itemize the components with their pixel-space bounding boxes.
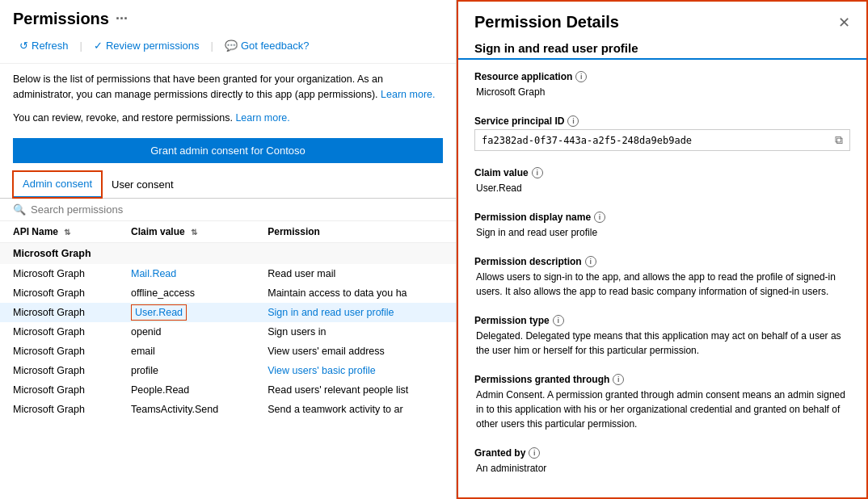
page-title: Permissions	[13, 10, 109, 28]
consent-tabs: Admin consent User consent	[0, 171, 456, 199]
col-api-name: API Name ⇅	[0, 221, 118, 243]
toolbar: ↺ Refresh | ✓ Review permissions | 💬 Got…	[13, 36, 443, 55]
cell-api: Microsoft Graph	[0, 264, 118, 283]
cell-permission: Read user mail	[255, 264, 456, 283]
page-title-area: Permissions ···	[13, 10, 443, 28]
detail-label-4: Permission description i	[474, 256, 850, 267]
table-row[interactable]: Microsoft Graph People.Read Read users' …	[0, 380, 456, 400]
detail-value-7: An administrator	[474, 461, 850, 476]
refresh-button[interactable]: ↺ Refresh	[13, 36, 75, 55]
service-id-value: fa2382ad-0f37-443a-a2f5-248da9eb9ade	[482, 135, 835, 146]
cell-permission: Sign in and read user profile	[255, 303, 456, 322]
detail-value-3: Sign in and read user profile	[474, 225, 850, 240]
info-icon-6[interactable]: i	[613, 374, 624, 385]
sort-icon-api[interactable]: ⇅	[64, 228, 70, 237]
search-input[interactable]	[31, 203, 443, 216]
search-icon: 🔍	[13, 203, 26, 216]
copy-icon[interactable]: ⧉	[835, 133, 843, 147]
table-row[interactable]: Microsoft Graph TeamsActivity.Send Send …	[0, 400, 456, 419]
info-icon-2[interactable]: i	[532, 167, 543, 178]
cell-permission: View users' email address	[255, 342, 456, 361]
detail-section-4: Permission description iAllows users to …	[458, 248, 866, 307]
cell-permission: View users' basic profile	[255, 361, 456, 380]
cell-claim: profile	[118, 361, 255, 380]
info-icon-0[interactable]: i	[575, 71, 587, 82]
learn-more-link2[interactable]: Learn more.	[235, 112, 289, 124]
review-permissions-button[interactable]: ✓ Review permissions	[87, 36, 206, 55]
detail-value-6: Admin Consent. A permission granted thro…	[474, 388, 850, 431]
feedback-icon: 💬	[225, 40, 238, 52]
permissions-table-container: API Name ⇅ Claim value ⇅ Permission Micr…	[0, 221, 456, 499]
detail-section-5: Permission type iDelegated. Delegated ty…	[458, 307, 866, 366]
table-row[interactable]: Microsoft Graph offline_access Maintain …	[0, 283, 456, 303]
detail-section-6: Permissions granted through iAdmin Conse…	[458, 366, 866, 439]
detail-value-2: User.Read	[474, 181, 850, 195]
table-row[interactable]: Microsoft Graph openid Sign users in	[0, 322, 456, 342]
col-claim-value: Claim value ⇅	[118, 221, 255, 243]
cell-api: Microsoft Graph	[0, 342, 118, 361]
detail-value-5: Delegated. Delegated type means that thi…	[474, 329, 850, 358]
right-panel-title: Permission Details	[474, 13, 619, 31]
cell-claim: User.Read	[118, 303, 255, 322]
detail-label-6: Permissions granted through i	[474, 374, 850, 385]
info-icon-5[interactable]: i	[553, 315, 564, 326]
permissions-table: API Name ⇅ Claim value ⇅ Permission Micr…	[0, 221, 456, 419]
service-id-box: fa2382ad-0f37-443a-a2f5-248da9eb9ade ⧉	[474, 129, 850, 151]
refresh-icon: ↺	[19, 40, 28, 52]
table-row[interactable]: Microsoft Graph User.Read Sign in and re…	[0, 303, 456, 322]
cell-permission: Sign users in	[255, 322, 456, 342]
tab-admin-consent[interactable]: Admin consent	[13, 171, 102, 198]
info-icon-4[interactable]: i	[585, 256, 596, 267]
detail-value-4: Allows users to sign-in to the app, and …	[474, 270, 850, 299]
table-row[interactable]: Microsoft Graph email View users' email …	[0, 342, 456, 361]
detail-value-0: Microsoft Graph	[474, 85, 850, 99]
ellipsis-menu-icon[interactable]: ···	[116, 10, 128, 27]
detail-section-3: Permission display name iSign in and rea…	[458, 203, 866, 248]
detail-section-1: Service principal ID i fa2382ad-0f37-443…	[458, 107, 866, 159]
info-section2: You can review, revoke, and restore perm…	[0, 111, 456, 134]
group-name: Microsoft Graph	[0, 243, 456, 265]
info-icon-7[interactable]: i	[529, 447, 540, 459]
cell-permission: Read users' relevant people list	[255, 380, 456, 400]
sort-icon-claim[interactable]: ⇅	[191, 228, 197, 237]
cell-api: Microsoft Graph	[0, 400, 118, 419]
cell-claim: Mail.Read	[118, 264, 255, 283]
detail-label-0: Resource application i	[474, 71, 850, 82]
detail-label-text: Resource application	[474, 71, 572, 82]
detail-label-text: Permission type	[474, 315, 550, 326]
detail-label-2: Claim value i	[474, 167, 850, 178]
toolbar-divider2: |	[211, 40, 213, 52]
learn-more-link1[interactable]: Learn more.	[381, 89, 435, 100]
cell-permission: Send a teamwork activity to ar	[255, 400, 456, 419]
info-text2: You can review, revoke, and restore perm…	[13, 112, 233, 124]
search-bar: 🔍	[0, 199, 456, 221]
cell-api: Microsoft Graph	[0, 322, 118, 342]
cell-claim: openid	[118, 322, 255, 342]
detail-section-2: Claim value iUser.Read	[458, 159, 866, 203]
info-icon-1[interactable]: i	[567, 115, 579, 127]
detail-label-1: Service principal ID i	[474, 115, 850, 127]
close-button[interactable]: ✕	[838, 14, 850, 31]
detail-label-text: Granted by	[474, 447, 525, 459]
cell-claim: TeamsActivity.Send	[118, 400, 255, 419]
table-row[interactable]: Microsoft Graph Mail.Read Read user mail	[0, 264, 456, 283]
tab-user-consent[interactable]: User consent	[102, 171, 183, 198]
feedback-button[interactable]: 💬 Got feedback?	[218, 36, 316, 55]
cell-api: Microsoft Graph	[0, 380, 118, 400]
toolbar-divider: |	[80, 40, 82, 52]
detail-label-text: Permission description	[474, 256, 582, 267]
col-permission: Permission	[255, 221, 456, 243]
check-icon: ✓	[94, 40, 103, 52]
detail-label-7: Granted by i	[474, 447, 850, 459]
table-row[interactable]: Microsoft Graph profile View users' basi…	[0, 361, 456, 380]
grant-admin-consent-button[interactable]: Grant admin consent for Contoso	[13, 138, 443, 163]
info-section: Below is the list of permissions that ha…	[0, 64, 456, 111]
right-panel-subtitle: Sign in and read user profile	[458, 31, 866, 60]
cell-claim: People.Read	[118, 380, 255, 400]
left-panel: Permissions ··· ↺ Refresh | ✓ Review per…	[0, 0, 457, 499]
info-icon-3[interactable]: i	[594, 212, 605, 223]
cell-api: Microsoft Graph	[0, 361, 118, 380]
right-panel-header: Permission Details ✕	[458, 2, 866, 31]
detail-label-3: Permission display name i	[474, 212, 850, 223]
right-panel: Permission Details ✕ Sign in and read us…	[457, 0, 868, 499]
